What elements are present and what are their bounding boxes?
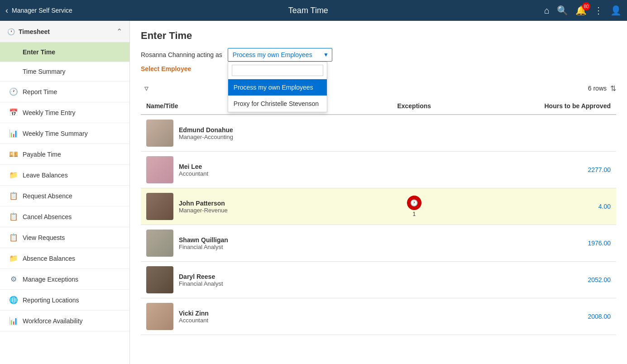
employee-name: Vicki Zinn	[179, 310, 209, 317]
request-absence-icon: 📋	[9, 192, 18, 200]
process-dropdown-wrapper: Process my own Employees Proxy for Chris…	[228, 48, 332, 62]
table-row[interactable]: Daryl Reese Financial Analyst 2052.00	[141, 262, 616, 298]
employee-name: Mei Lee	[179, 163, 208, 170]
employee-info: Vicki Zinn Accountant	[179, 310, 209, 324]
notification-badge: 80	[582, 2, 590, 10]
avatar	[146, 193, 173, 220]
employee-title: Manager-Accounting	[179, 134, 233, 140]
reporting-locations-icon: 🌐	[9, 296, 18, 304]
user-icon[interactable]: 👤	[610, 5, 622, 16]
exceptions-cell	[355, 152, 474, 188]
page-title: Team Time	[72, 6, 544, 15]
sidebar-item-reporting-locations[interactable]: 🌐 Reporting Locations	[0, 290, 129, 311]
search-icon[interactable]: 🔍	[557, 5, 568, 16]
exception-circle: 🕐	[407, 196, 421, 210]
employee-title: Accountant	[179, 317, 209, 324]
view-requests-icon: 📋	[9, 233, 18, 242]
sidebar-item-leave-balances[interactable]: 📁 Leave Balances	[0, 165, 129, 186]
more-options-icon[interactable]: ⋮	[594, 5, 603, 16]
employee-name-cell: Shawn Quilligan Financial Analyst	[141, 225, 355, 262]
table-area: ▿ 6 rows ⇅ Name/Title Exceptions Hours t…	[130, 81, 627, 346]
sidebar-item-label: Weekly Time Summary	[23, 130, 88, 137]
exceptions-cell	[355, 115, 474, 152]
dropdown-search-wrapper	[228, 62, 327, 79]
manage-exceptions-icon: ⚙	[9, 275, 18, 283]
sidebar-item-label: Absence Balances	[23, 255, 75, 262]
weekly-time-summary-icon: 📊	[9, 129, 18, 138]
sidebar-item-label: Manage Exceptions	[23, 276, 78, 283]
sidebar-item-label: Reporting Locations	[23, 297, 79, 304]
employee-info: Shawn Quilligan Financial Analyst	[179, 236, 228, 250]
sidebar-item-view-requests[interactable]: 📋 View Requests	[0, 227, 129, 248]
sidebar-item-enter-time[interactable]: Enter Time	[0, 43, 129, 62]
table-row[interactable]: Shawn Quilligan Financial Analyst 1976.0…	[141, 225, 616, 262]
employee-title: Financial Analyst	[179, 280, 223, 287]
select-employee-title: Select Employee	[141, 65, 616, 72]
hours-cell: 2008.00	[474, 298, 616, 335]
sidebar-item-request-absence[interactable]: 📋 Request Absence	[0, 186, 129, 206]
filter-button[interactable]: ▿	[141, 81, 152, 95]
timesheet-icon: 🕐	[7, 28, 15, 35]
table-row[interactable]: Vicki Zinn Accountant 2008.00	[141, 298, 616, 335]
employee-name: Daryl Reese	[179, 273, 223, 280]
sidebar-item-label: Report Time	[23, 88, 57, 96]
sidebar-item-time-summary[interactable]: Time Summary	[0, 62, 129, 81]
acting-as-label: Rosanna Channing acting as	[141, 51, 222, 58]
sidebar-section-label: Timesheet	[19, 28, 50, 35]
sidebar-item-absence-balances[interactable]: 📁 Absence Balances	[0, 248, 129, 269]
hours-cell: 2052.00	[474, 262, 616, 298]
sidebar-item-label: Workforce Availability	[23, 317, 83, 325]
sidebar-item-manage-exceptions[interactable]: ⚙ Manage Exceptions	[0, 269, 129, 290]
sidebar-item-label: Request Absence	[23, 192, 72, 200]
exception-count: 1	[412, 211, 416, 217]
table-row[interactable]: Mei Lee Accountant 2277.00	[141, 152, 616, 188]
exceptions-cell	[355, 262, 474, 298]
col-hours: Hours to be Approved	[474, 98, 616, 115]
chevron-up-icon: ⌃	[116, 27, 122, 36]
sidebar-item-label: View Requests	[23, 234, 65, 241]
col-exceptions: Exceptions	[355, 98, 474, 115]
sidebar-item-cancel-absences[interactable]: 📋 Cancel Absences	[0, 206, 129, 227]
payable-time-icon: 💴	[9, 150, 18, 158]
leave-balances-icon: 📁	[9, 171, 18, 179]
sidebar-item-workforce-availability[interactable]: 📊 Workforce Availability	[0, 311, 129, 331]
main-content: Enter Time Rosanna Channing acting as Pr…	[130, 21, 627, 364]
absence-balances-icon: 📁	[9, 254, 18, 263]
rows-count: 6 rows	[588, 85, 607, 92]
avatar	[146, 156, 173, 183]
sort-button[interactable]: ⇅	[610, 84, 616, 93]
employee-info: John Patterson Manager-Revenue	[179, 200, 228, 214]
main-header: Enter Time Rosanna Channing acting as Pr…	[130, 21, 627, 81]
exception-icon: 🕐 1	[407, 196, 421, 217]
sidebar-item-label: Payable Time	[23, 151, 61, 158]
employee-title: Accountant	[179, 170, 208, 177]
sidebar-item-weekly-time-summary[interactable]: 📊 Weekly Time Summary	[0, 123, 129, 144]
workforce-availability-icon: 📊	[9, 316, 18, 325]
back-nav[interactable]: ‹ Manager Self Service	[5, 6, 72, 15]
avatar	[146, 266, 173, 293]
report-time-icon: 🕐	[9, 87, 18, 96]
employee-info: Edmund Donahue Manager-Accounting	[179, 126, 233, 140]
notification-icon[interactable]: 🔔 80	[575, 5, 587, 16]
employee-name: Edmund Donahue	[179, 126, 233, 134]
layout: 🕐 Timesheet ⌃ Enter Time Time Summary 🕐 …	[0, 21, 627, 364]
dropdown-option-proxy[interactable]: Proxy for Christelle Stevenson	[228, 96, 327, 112]
avatar	[146, 303, 173, 330]
process-dropdown[interactable]: Process my own Employees Proxy for Chris…	[228, 48, 332, 62]
dropdown-option-own[interactable]: Process my own Employees	[228, 79, 327, 96]
avatar	[146, 230, 173, 257]
page-heading: Enter Time	[141, 30, 616, 42]
table-row[interactable]: John Patterson Manager-Revenue 🕐 1 4.00	[141, 188, 616, 225]
table-row[interactable]: Edmund Donahue Manager-Accounting	[141, 115, 616, 152]
hours-cell: 4.00	[474, 188, 616, 225]
sidebar-section-timesheet[interactable]: 🕐 Timesheet ⌃	[0, 21, 129, 43]
sidebar-item-payable-time[interactable]: 💴 Payable Time	[0, 144, 129, 165]
employee-name: John Patterson	[179, 200, 228, 207]
sidebar-item-weekly-time-entry[interactable]: 📅 Weekly Time Entry	[0, 102, 129, 123]
dropdown-search-input[interactable]	[232, 65, 323, 76]
employee-title: Manager-Revenue	[179, 207, 228, 214]
home-icon[interactable]: ⌂	[544, 5, 550, 16]
sidebar-item-report-time[interactable]: 🕐 Report Time	[0, 81, 129, 102]
sidebar-item-label: Enter Time	[23, 48, 55, 56]
employee-table: Name/Title Exceptions Hours to be Approv…	[141, 98, 616, 335]
